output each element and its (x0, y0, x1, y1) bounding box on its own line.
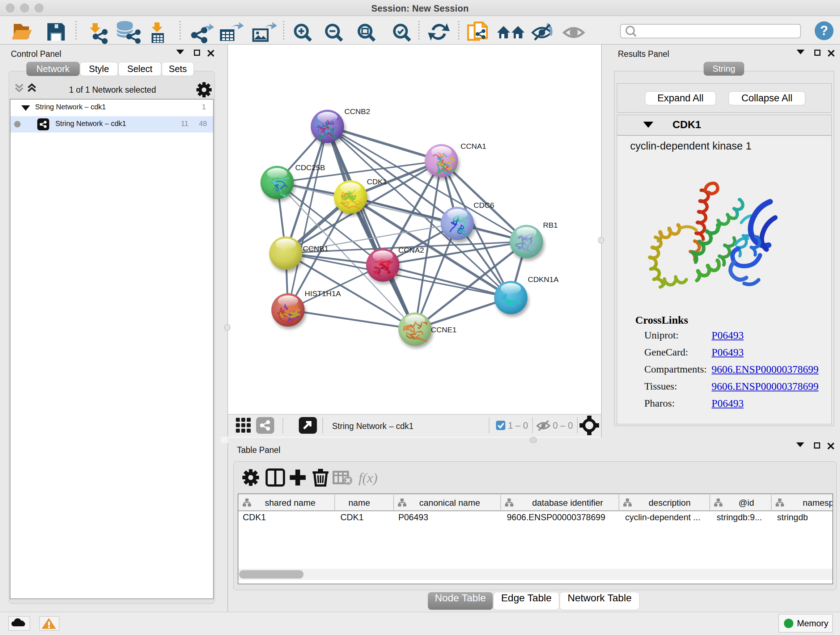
svg-text:database identifier: database identifier (532, 498, 603, 508)
svg-text:CCNE1: CCNE1 (431, 325, 456, 334)
svg-text:HIST1H1A: HIST1H1A (305, 289, 341, 298)
svg-text:String Network – cdk1: String Network – cdk1 (332, 421, 414, 431)
svg-text:description: description (649, 498, 691, 508)
svg-text:0 – 0: 0 – 0 (553, 420, 573, 431)
svg-text:CDKN1A: CDKN1A (528, 275, 559, 283)
svg-text:f(x): f(x) (358, 470, 378, 486)
svg-text:?: ? (820, 23, 828, 38)
svg-text:shared name: shared name (265, 498, 316, 508)
svg-text:CCNB1: CCNB1 (303, 244, 328, 253)
svg-text:1 – 0: 1 – 0 (508, 420, 528, 431)
svg-text:canonical name: canonical name (419, 498, 480, 508)
svg-text:CCNB2: CCNB2 (344, 107, 370, 116)
svg-text:CDC6: CDC6 (474, 201, 494, 209)
svg-text:CCNA2: CCNA2 (398, 246, 424, 254)
svg-text:1 of 1 Network selected: 1 of 1 Network selected (69, 85, 156, 95)
svg-text:CCNA1: CCNA1 (461, 142, 486, 150)
svg-text:CDC25B: CDC25B (295, 163, 325, 172)
svg-text:name: name (348, 498, 370, 508)
svg-text:RB1: RB1 (543, 221, 558, 229)
svg-text:CDK1: CDK1 (367, 177, 387, 186)
svg-text:namespace: namespace (803, 498, 832, 508)
svg-text:@id: @id (738, 498, 754, 508)
